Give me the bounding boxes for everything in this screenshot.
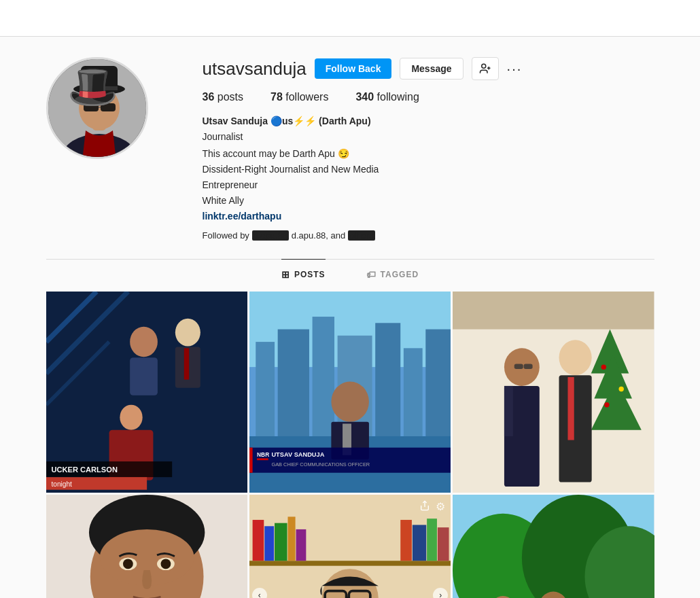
bio-line4: White Ally bbox=[203, 194, 654, 208]
svg-rect-63 bbox=[504, 385, 513, 436]
svg-text:GAB CHIEF COMMUNICATIONS OFFIC: GAB CHIEF COMMUNICATIONS OFFICER bbox=[271, 461, 370, 467]
tab-posts[interactable]: ⊞ POSTS bbox=[281, 259, 326, 289]
svg-point-10 bbox=[481, 64, 485, 68]
bio-name: Utsav Sanduja 🔵us⚡⚡ (Darth Apu) bbox=[203, 114, 654, 128]
svg-point-38 bbox=[331, 381, 369, 421]
svg-rect-54 bbox=[453, 292, 654, 330]
svg-point-19 bbox=[175, 318, 200, 346]
svg-text:UTSAV SANDUJA: UTSAV SANDUJA bbox=[271, 451, 324, 457]
bio-section: Utsav Sanduja 🔵us⚡⚡ (Darth Apu) Journali… bbox=[203, 114, 654, 243]
overlay-icons: ⚙ bbox=[419, 500, 445, 514]
svg-rect-61 bbox=[559, 375, 592, 482]
carousel-prev-button[interactable]: ‹ bbox=[252, 588, 267, 598]
follower-name-2[interactable]: others bbox=[348, 230, 375, 241]
bio-line3: Entrepreneur bbox=[203, 178, 654, 192]
profile-top-row: utsavsanduja Follow Back Message ··· bbox=[203, 57, 654, 80]
svg-rect-5 bbox=[101, 103, 116, 111]
settings-icon[interactable]: ⚙ bbox=[436, 500, 445, 514]
svg-rect-81 bbox=[296, 529, 306, 561]
svg-rect-4 bbox=[84, 103, 99, 111]
svg-rect-80 bbox=[287, 516, 295, 561]
svg-rect-78 bbox=[264, 526, 274, 561]
svg-rect-77 bbox=[252, 520, 264, 561]
followed-by: Followed by d.apu.88 d.apu.88, and other… bbox=[203, 229, 654, 243]
svg-rect-75 bbox=[249, 561, 451, 565]
posts-tab-label: POSTS bbox=[294, 270, 326, 279]
grid-item-5[interactable]: ‹ › ⚙ bbox=[249, 495, 451, 598]
svg-point-52 bbox=[619, 386, 624, 391]
posts-tab-icon: ⊞ bbox=[281, 269, 290, 280]
svg-rect-9 bbox=[81, 86, 118, 90]
svg-text:NBR: NBR bbox=[257, 451, 269, 457]
avatar-section bbox=[46, 57, 148, 159]
svg-point-60 bbox=[559, 340, 592, 375]
svg-point-3 bbox=[79, 86, 120, 130]
share-icon[interactable] bbox=[419, 500, 430, 514]
svg-text:UCKER CARLSON: UCKER CARLSON bbox=[51, 465, 118, 473]
svg-rect-84 bbox=[427, 518, 437, 561]
stats-row: 36 posts 78 followers 340 following bbox=[203, 91, 654, 103]
bio-line1: This account may be Darth Apu 😏 bbox=[203, 147, 654, 161]
svg-rect-42 bbox=[249, 447, 253, 472]
grid-item-3[interactable] bbox=[453, 292, 654, 493]
grid-item-4[interactable] bbox=[46, 495, 247, 598]
svg-rect-57 bbox=[524, 364, 533, 368]
follow-back-button[interactable]: Follow Back bbox=[315, 58, 392, 79]
tabs-row: ⊞ POSTS 🏷 TAGGED bbox=[46, 259, 654, 289]
follower-name-1[interactable]: d.apu.88 bbox=[252, 230, 290, 241]
username: utsavsanduja bbox=[203, 58, 307, 80]
svg-point-22 bbox=[120, 404, 142, 429]
svg-point-53 bbox=[604, 402, 609, 406]
svg-point-7 bbox=[73, 84, 125, 94]
svg-point-70 bbox=[122, 559, 133, 569]
bio-link[interactable]: linktr.ee/darthapu bbox=[203, 209, 654, 224]
add-person-icon bbox=[479, 63, 491, 75]
svg-rect-56 bbox=[514, 364, 523, 368]
svg-rect-79 bbox=[275, 523, 287, 561]
svg-rect-62 bbox=[568, 376, 574, 440]
grid-item-2[interactable]: NBR UTSAV SANDUJA GAB CHIEF COMMUNICATIO… bbox=[249, 292, 451, 493]
carousel-next-button[interactable]: › bbox=[433, 588, 448, 598]
top-bar bbox=[0, 0, 700, 37]
svg-rect-18 bbox=[130, 357, 158, 395]
grid-item-6[interactable] bbox=[453, 495, 654, 598]
avatar bbox=[46, 57, 148, 159]
add-user-button[interactable] bbox=[472, 57, 499, 80]
bio-line2: Dissident-Right Journalist and New Media bbox=[203, 162, 654, 177]
tagged-tab-label: TAGGED bbox=[381, 270, 419, 279]
tab-tagged[interactable]: 🏷 TAGGED bbox=[366, 259, 419, 289]
more-options-button[interactable]: ··· bbox=[507, 61, 523, 77]
profile-info: utsavsanduja Follow Back Message ··· 36 bbox=[203, 57, 654, 243]
svg-rect-82 bbox=[400, 520, 412, 561]
posts-grid: UCKER CARLSON tonight bbox=[46, 292, 654, 599]
posts-stat: 36 posts bbox=[203, 91, 244, 103]
following-stat[interactable]: 340 following bbox=[355, 91, 419, 103]
svg-rect-85 bbox=[438, 527, 449, 561]
svg-rect-46 bbox=[257, 458, 268, 460]
svg-point-17 bbox=[130, 326, 158, 356]
bio-occupation: Journalist bbox=[203, 130, 654, 144]
tagged-tab-icon: 🏷 bbox=[366, 269, 377, 280]
followers-stat[interactable]: 78 followers bbox=[270, 91, 328, 103]
profile-container: utsavsanduja Follow Back Message ··· 36 bbox=[33, 37, 668, 598]
grid-item-1[interactable]: UCKER CARLSON tonight bbox=[46, 292, 247, 493]
svg-rect-83 bbox=[413, 525, 426, 561]
svg-point-51 bbox=[601, 364, 606, 369]
svg-text:tonight: tonight bbox=[51, 480, 72, 488]
svg-rect-21 bbox=[183, 348, 188, 379]
profile-header: utsavsanduja Follow Back Message ··· 36 bbox=[46, 57, 654, 243]
svg-rect-8 bbox=[81, 66, 118, 90]
svg-point-71 bbox=[160, 559, 171, 569]
message-button[interactable]: Message bbox=[400, 58, 463, 80]
